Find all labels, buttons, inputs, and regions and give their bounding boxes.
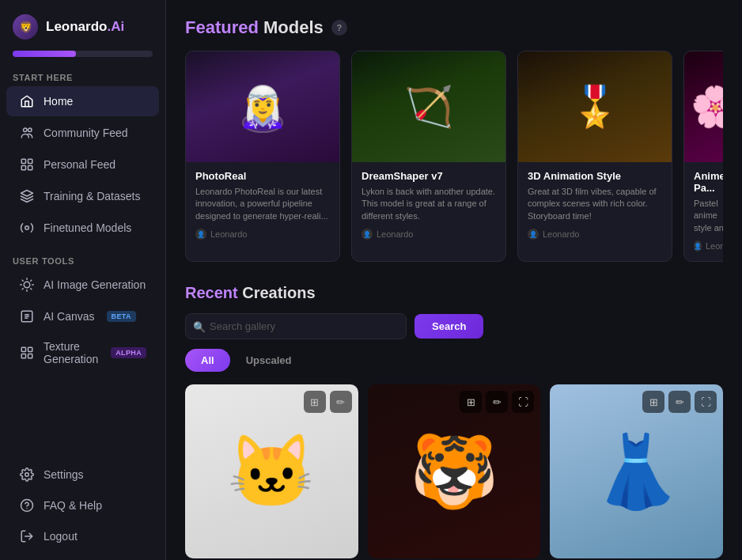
search-input-wrapper: 🔍	[185, 313, 407, 339]
image-card-tiger[interactable]: 🐯 ⊞ ✏ ⛶	[368, 384, 541, 558]
app-name: Leonardo.Ai	[46, 19, 124, 35]
image-gen-icon	[19, 277, 35, 293]
svg-point-0	[24, 128, 28, 132]
model-card-image-photoreal: 🧝‍♀️	[186, 51, 339, 162]
sidebar-item-faq[interactable]: FAQ & Help	[6, 490, 159, 520]
model-card-3d-animation[interactable]: 🎖️ 3D Animation Style Great at 3D film v…	[517, 51, 672, 262]
progress-bar-container	[13, 51, 153, 57]
image-overlay-btn-grid-woman[interactable]: ⊞	[642, 391, 664, 413]
model-card-image-anime: 🌸	[684, 51, 723, 162]
model-card-body-3d-animation: 3D Animation Style Great at 3D film vibe…	[518, 162, 672, 249]
sidebar-item-texture-gen[interactable]: Texture Generation ALPHA	[6, 333, 159, 373]
sidebar-item-label-finetuned: Finetuned Models	[44, 221, 131, 234]
canvas-icon	[19, 308, 35, 324]
image-card-woman[interactable]: 👗 ⊞ ✏ ⛶	[550, 384, 723, 558]
sidebar-item-training[interactable]: Training & Datasets	[6, 181, 159, 211]
model-card-desc-dreamshaper: Lykon is back with another update. This …	[362, 186, 496, 222]
filter-upscaled-button[interactable]: Upscaled	[230, 349, 308, 372]
featured-title: Featured Models	[185, 17, 324, 38]
image-overlay-btn-grid[interactable]: ⊞	[304, 391, 326, 413]
model-card-author-dreamshaper: 👤 Leonardo	[362, 229, 496, 240]
filter-all-button[interactable]: All	[185, 349, 230, 372]
main-content: Featured Models ? 🧝‍♀️ PhotoReal Leonard…	[166, 0, 742, 560]
model-card-name-photoreal: PhotoReal	[195, 170, 330, 182]
svg-rect-4	[21, 166, 25, 170]
featured-models-header: Featured Models ?	[185, 17, 723, 38]
model-card-desc-photoreal: Leonardo PhotoReal is our latest innovat…	[195, 186, 330, 222]
featured-models-row: 🧝‍♀️ PhotoReal Leonardo PhotoReal is our…	[185, 51, 723, 262]
model-card-dreamshaper[interactable]: 🏹 DreamShaper v7 Lykon is back with anot…	[351, 51, 506, 262]
model-card-body-anime: Anime Pa... Pastel anime style and the a…	[684, 162, 723, 261]
search-icon: 🔍	[193, 320, 206, 332]
image-overlay-btn-expand-woman[interactable]: ⛶	[695, 391, 717, 413]
image-overlay-btn-grid-tiger[interactable]: ⊞	[460, 391, 482, 413]
sidebar-item-ai-image[interactable]: AI Image Generation	[6, 270, 159, 300]
image-card-overlay-cat: ⊞ ✏	[304, 391, 352, 413]
user-tools-label: User Tools	[0, 252, 165, 269]
search-input[interactable]	[185, 313, 407, 339]
author-avatar-photoreal: 👤	[195, 229, 206, 240]
model-card-image-dreamshaper: 🏹	[352, 51, 505, 162]
svg-rect-3	[28, 159, 32, 163]
author-avatar-3d-animation: 👤	[528, 229, 539, 240]
model-card-body-dreamshaper: DreamShaper v7 Lykon is back with anothe…	[352, 162, 505, 249]
models-icon	[19, 220, 35, 236]
svg-point-13	[25, 473, 29, 477]
model-card-name-dreamshaper: DreamShaper v7	[362, 170, 496, 182]
svg-rect-9	[21, 347, 25, 351]
home-icon	[19, 93, 35, 109]
personal-icon	[19, 157, 35, 172]
model-card-desc-anime: Pastel anime style and the ani range. Mo…	[694, 198, 723, 234]
featured-info-icon[interactable]: ?	[331, 20, 347, 36]
settings-icon	[19, 467, 35, 482]
sidebar-item-label-training: Training & Datasets	[44, 190, 140, 202]
search-row: 🔍 Search	[185, 313, 723, 339]
image-card-overlay-woman: ⊞ ✏ ⛶	[642, 391, 717, 413]
model-card-author-photoreal: 👤 Leonardo	[195, 229, 330, 240]
svg-rect-2	[21, 159, 25, 163]
recent-title: Recent Creations	[185, 284, 316, 302]
community-icon	[19, 125, 35, 141]
sidebar-item-label-settings: Settings	[44, 468, 84, 481]
svg-rect-5	[28, 166, 32, 170]
model-card-author-anime: 👤 Leona...	[694, 240, 723, 252]
sidebar-item-ai-canvas[interactable]: AI Canvas BETA	[6, 301, 159, 331]
image-card-cat-witch[interactable]: 🐱 ⊞ ✏	[185, 384, 358, 558]
svg-rect-12	[28, 354, 32, 358]
model-card-photoreal[interactable]: 🧝‍♀️ PhotoReal Leonardo PhotoReal is our…	[185, 51, 340, 262]
svg-point-6	[25, 226, 29, 230]
image-overlay-btn-edit-woman[interactable]: ✏	[668, 391, 691, 413]
model-card-body-photoreal: PhotoReal Leonardo PhotoReal is our late…	[186, 162, 339, 249]
sidebar-item-label-logout: Logout	[44, 530, 78, 543]
sidebar-item-community-feed[interactable]: Community Feed	[6, 118, 159, 148]
sidebar-item-label-personal: Personal Feed	[44, 158, 115, 171]
sidebar-item-label-faq: FAQ & Help	[44, 499, 102, 512]
sidebar-item-home[interactable]: Home	[6, 86, 159, 116]
sidebar-item-finetuned[interactable]: Finetuned Models	[6, 213, 159, 243]
image-overlay-btn-edit-tiger[interactable]: ✏	[486, 391, 508, 413]
image-overlay-btn-expand-tiger[interactable]: ⛶	[512, 391, 534, 413]
model-card-desc-3d-animation: Great at 3D film vibes, capable of compl…	[528, 186, 662, 222]
logout-icon	[19, 528, 35, 544]
sidebar-item-personal-feed[interactable]: Personal Feed	[6, 149, 159, 180]
sidebar-item-label-community: Community Feed	[44, 127, 128, 139]
sidebar-logo[interactable]: 🦁 Leonardo.Ai	[0, 0, 165, 51]
svg-point-7	[24, 282, 30, 288]
sidebar-item-label-home: Home	[44, 95, 73, 108]
sidebar-item-settings[interactable]: Settings	[6, 460, 159, 490]
sidebar: 🦁 Leonardo.Ai Start Here Home Community …	[0, 0, 166, 560]
author-avatar-dreamshaper: 👤	[362, 229, 373, 240]
sidebar-item-logout[interactable]: Logout	[6, 521, 159, 551]
sidebar-item-label-texture: Texture Generation	[44, 340, 99, 365]
model-card-name-anime: Anime Pa...	[694, 170, 723, 194]
filter-row: All Upscaled	[185, 349, 723, 372]
image-overlay-btn-edit[interactable]: ✏	[330, 391, 352, 413]
sidebar-item-label-canvas: AI Canvas	[44, 310, 95, 323]
search-button[interactable]: Search	[415, 314, 483, 339]
image-grid: 🐱 ⊞ ✏ 🐯 ⊞ ✏ ⛶ 👗 ⊞ ✏	[185, 384, 723, 558]
model-card-anime[interactable]: 🌸 Anime Pa... Pastel anime style and the…	[683, 51, 723, 262]
model-card-name-3d-animation: 3D Animation Style	[528, 170, 662, 182]
svg-rect-11	[21, 354, 25, 358]
faq-icon	[19, 498, 35, 513]
training-icon	[19, 188, 35, 204]
